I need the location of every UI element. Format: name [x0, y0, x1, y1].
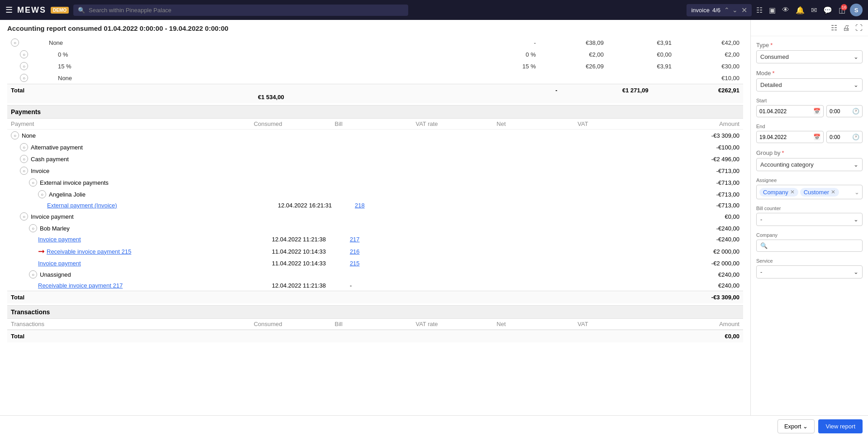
mews-logo: MEWS: [17, 5, 46, 15]
start-time-input[interactable]: 🕐: [826, 105, 863, 117]
bill-counter-select[interactable]: - ⌄: [756, 213, 863, 226]
receivable-215-bill[interactable]: 216: [350, 248, 428, 255]
ext-payment-bill[interactable]: 218: [355, 202, 432, 209]
search-icon: 🔍: [760, 242, 768, 249]
grid-icon[interactable]: ☷: [754, 4, 764, 16]
chat-icon[interactable]: 💬: [821, 4, 834, 16]
view-report-button[interactable]: View report: [818, 419, 863, 433]
receivable-215-amount: €2 000,00: [662, 248, 739, 255]
top-total-label: Total: [11, 87, 284, 94]
collapse-icon[interactable]: ○: [11, 131, 19, 139]
angelina-jolie-group[interactable]: ○ Angelina Jolie -€713,00: [7, 188, 743, 200]
unassigned-group[interactable]: ○ Unassigned €240,00: [7, 269, 743, 280]
none-payment-group[interactable]: ○ None -€3 309,00: [7, 130, 743, 141]
next-invoice-button[interactable]: ⌄: [731, 6, 739, 14]
alt-payment-group[interactable]: ○ Alternative payment -€100,00: [7, 141, 743, 153]
collapse-icon[interactable]: ○: [29, 224, 37, 232]
company-search-container[interactable]: 🔍: [756, 240, 863, 252]
none2-amount: €10,00: [699, 75, 739, 82]
none2-label: None: [58, 75, 252, 82]
collapse-icon[interactable]: ○: [20, 74, 28, 82]
start-time-field[interactable]: [830, 108, 850, 115]
collapse-icon[interactable]: ○: [20, 62, 28, 70]
bell-icon[interactable]: 🔔: [794, 4, 806, 16]
avatar[interactable]: S: [850, 4, 863, 16]
assignee-tags-container[interactable]: Company ✕ Customer ✕ ⌄: [756, 185, 863, 199]
inv-payment1-consumed: 12.04.2022 11:21:38: [272, 236, 350, 243]
mode-select[interactable]: Detailed ⌄: [756, 78, 863, 91]
topnav-right: invoice 4/6 ⌃ ⌄ ✕ ☷ ▣ 👁 🔔 ✉ 💬 ◫ 16 S: [687, 4, 863, 16]
demo-badge: DEMO: [51, 7, 69, 14]
inv-payment2-link[interactable]: Invoice payment: [38, 260, 272, 267]
receivable-217-bill: -: [350, 282, 428, 289]
start-date-input[interactable]: 📅: [756, 105, 824, 117]
service-select[interactable]: - ⌄: [756, 265, 863, 279]
bob-marley-amount: -€240,00: [716, 225, 739, 232]
collapse-icon[interactable]: ○: [11, 38, 19, 47]
fifteen-pct-row[interactable]: ○ 15 % 15 % €26,09 €3,91 €30,00: [7, 60, 743, 72]
end-date-input[interactable]: 📅: [756, 131, 824, 143]
ext-invoice-group[interactable]: ○ External invoice payments -€713,00: [7, 177, 743, 188]
receivable-215-link[interactable]: Receivable invoice payment 215: [47, 248, 131, 255]
export-button[interactable]: Export ⌄: [777, 419, 815, 433]
print-icon[interactable]: 🖨: [841, 23, 852, 33]
start-date-field[interactable]: [759, 108, 811, 115]
company-tag-remove[interactable]: ✕: [790, 189, 795, 195]
search-bar[interactable]: 🔍: [73, 5, 408, 16]
search-input[interactable]: [89, 7, 404, 14]
receivable-217-link[interactable]: Receivable invoice payment 217: [38, 282, 272, 289]
inv-payment1-bill[interactable]: 217: [350, 236, 428, 243]
col-vat-rate: VAT rate: [415, 120, 496, 127]
collapse-icon[interactable]: ○: [29, 270, 37, 279]
collapse-icon[interactable]: ○: [20, 155, 28, 163]
bob-marley-group[interactable]: ○ Bob Marley -€240,00: [7, 222, 743, 234]
inv-payment1-amount: -€240,00: [662, 236, 739, 243]
inv-payment2-bill[interactable]: 215: [350, 260, 428, 267]
collapse-icon[interactable]: ○: [20, 50, 28, 58]
group-by-select[interactable]: Accounting category ⌄: [756, 158, 863, 171]
inv-payment1-link[interactable]: Invoice payment: [38, 236, 272, 243]
ext-payment-detail-row: External payment (Invoice) 12.04.2022 16…: [7, 200, 743, 211]
cash-payment-group[interactable]: ○ Cash payment -€2 496,00: [7, 153, 743, 165]
filter-icon[interactable]: ☷: [829, 23, 839, 33]
notification-count: 16: [841, 4, 847, 10]
invoice-group[interactable]: ○ Invoice -€713,00: [7, 165, 743, 177]
collapse-icon[interactable]: ○: [20, 212, 28, 221]
end-time-field[interactable]: [830, 134, 850, 140]
customer-tag-remove[interactable]: ✕: [831, 189, 835, 195]
page-title: Accounting report consumed 01.04.2022 0:…: [7, 24, 743, 32]
collapse-icon[interactable]: ○: [20, 143, 28, 151]
top-total-row: Total - €1 271,09 €262,91 €1 534,00: [7, 84, 743, 103]
none2-row[interactable]: ○ None €10,00: [7, 72, 743, 84]
company-search-input[interactable]: [769, 243, 858, 249]
close-invoice-button[interactable]: ✕: [741, 6, 747, 14]
content-area: Accounting report consumed 01.04.2022 0:…: [0, 20, 750, 415]
top-total-amount: €1 534,00: [11, 94, 284, 101]
collapse-icon[interactable]: ○: [20, 167, 28, 175]
assignee-dropdown-button[interactable]: ⌄: [854, 189, 859, 196]
transactions-total-amount: €0,00: [658, 333, 739, 340]
mode-field: Mode * Detailed ⌄: [756, 70, 863, 91]
type-select[interactable]: Consumed ⌄: [756, 50, 863, 63]
collapse-icon[interactable]: ○: [38, 190, 46, 198]
eye-icon[interactable]: 👁: [780, 4, 791, 16]
ext-invoice-label: External invoice payments: [40, 179, 716, 186]
alt-payment-label: Alternative payment: [31, 144, 716, 151]
hamburger-icon[interactable]: ☰: [5, 5, 13, 15]
end-date-field[interactable]: [759, 134, 811, 140]
export-label: Export: [784, 423, 801, 430]
fifteen-pct-amount: €30,00: [699, 63, 739, 70]
payments-total-amount: -€3 309,00: [658, 294, 739, 301]
end-time-input[interactable]: 🕐: [826, 131, 863, 143]
zero-pct-row[interactable]: ○ 0 % 0 % €2,00 €0,00 €2,00: [7, 48, 743, 60]
mail-icon[interactable]: ✉: [809, 4, 819, 16]
prev-invoice-button[interactable]: ⌃: [723, 6, 730, 14]
ext-payment-link[interactable]: External payment (Invoice): [47, 202, 278, 209]
collapse-icon[interactable]: ○: [29, 178, 37, 187]
trans-col-transactions: Transactions: [11, 321, 254, 327]
none-group-row[interactable]: ○ None - €38,09 €3,91 €42,00: [7, 37, 743, 48]
expand-icon[interactable]: ⛶: [854, 23, 864, 33]
invoice-payment-group[interactable]: ○ Invoice payment €0,00: [7, 211, 743, 222]
add-tab-icon[interactable]: ▣: [767, 4, 777, 16]
top-total-vat-rate: -: [466, 87, 557, 94]
